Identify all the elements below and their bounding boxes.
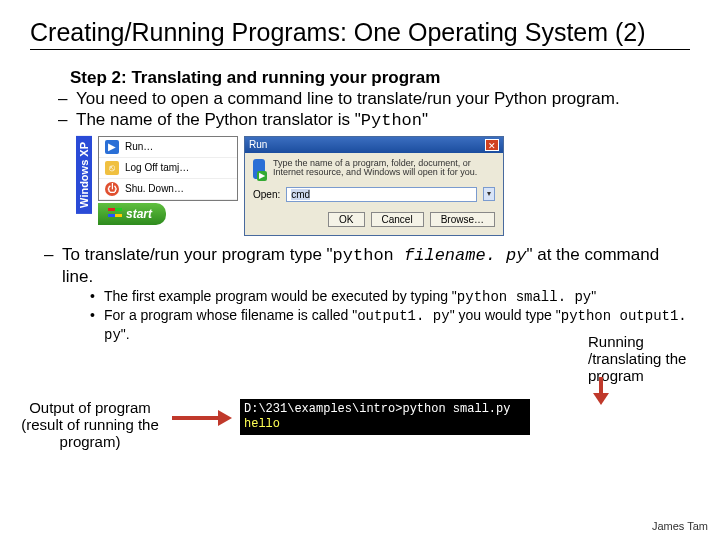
author-credit: James Tam (652, 520, 708, 532)
logoff-icon: ⎋ (105, 161, 119, 175)
sub-example-small: • The first example program would be exe… (90, 287, 690, 306)
open-field: cmd (286, 187, 477, 202)
run-dialog-icon (253, 159, 265, 179)
startmenu-shutdown: ⏻ Shu. Down… (99, 179, 237, 200)
run-dialog-title: Run (249, 139, 267, 150)
run-icon: ▶ (105, 140, 119, 154)
startmenu-run: ▶ Run… (99, 137, 237, 158)
dash-icon: – (58, 88, 76, 109)
arrow-down-icon (596, 377, 606, 405)
run-dialog-desc: Type the name of a program, folder, docu… (273, 159, 495, 179)
dash-icon: – (44, 244, 62, 288)
terminal-screenshot: D:\231\examples\intro>python small.py he… (240, 399, 530, 435)
open-label: Open: (253, 189, 280, 200)
bullet-dot-icon: • (90, 306, 104, 344)
cancel-button: Cancel (371, 212, 424, 227)
run-dialog-screenshot: Run ✕ Type the name of a program, folder… (244, 136, 504, 236)
browse-button: Browse… (430, 212, 495, 227)
os-tag: Windows XP (76, 136, 92, 214)
annotation-output: Output of program (result of running the… (10, 399, 170, 451)
startmenu-logoff: ⎋ Log Off tamj… (99, 158, 237, 179)
terminal-cmd: python small.py (402, 402, 510, 416)
step-header: Step 2: Translating and running your pro… (70, 68, 690, 88)
bullet-open-cmd: – You need to open a command line to tra… (58, 88, 690, 109)
bullet-run-command: – To translate/run your program type "py… (44, 244, 690, 288)
bullet-translator-name: – The name of the Python translator is "… (58, 109, 690, 131)
ok-button: OK (328, 212, 364, 227)
arrow-right-icon (172, 413, 232, 423)
screenshot-row: Windows XP ▶ Run… ⎋ Log Off tamj… ⏻ Shu.… (76, 136, 690, 236)
start-menu-screenshot: ▶ Run… ⎋ Log Off tamj… ⏻ Shu. Down… star… (98, 136, 238, 225)
shutdown-icon: ⏻ (105, 182, 119, 196)
windows-flag-icon (108, 208, 122, 220)
dash-icon: – (58, 109, 76, 131)
chevron-down-icon: ▾ (483, 187, 495, 201)
terminal-prompt: D:\231\examples\intro> (244, 402, 402, 416)
slide-title: Creating/Running Programs: One Operating… (30, 18, 690, 50)
bullet-dot-icon: • (90, 287, 104, 306)
close-icon: ✕ (485, 139, 499, 151)
start-button: start (98, 203, 166, 225)
terminal-output: hello (244, 417, 526, 432)
